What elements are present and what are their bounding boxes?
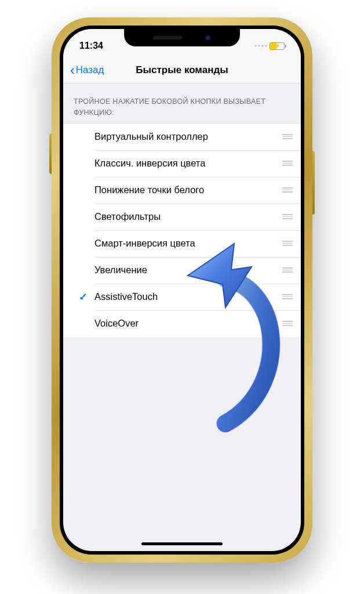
list-item-label: Классич. инверсия цвета: [94, 158, 282, 169]
reorder-handle-icon[interactable]: [282, 187, 293, 193]
list-item[interactable]: Светофильтры: [63, 204, 301, 230]
battery-icon: ⚡: [270, 42, 285, 50]
battery-bolt-icon: ⚡: [274, 43, 281, 49]
notch: [124, 29, 240, 46]
status-right: ⚡: [254, 42, 285, 50]
list-item-label: AssistiveTouch: [94, 291, 282, 302]
shortcut-list: Виртуальный контроллерКлассич. инверсия …: [63, 123, 301, 337]
reorder-handle-icon[interactable]: [282, 241, 293, 246]
camera: [205, 35, 211, 41]
reorder-handle-icon[interactable]: [282, 321, 293, 326]
screen: 11:34 ⚡ ‹ Назад Быстрые команды: [63, 29, 301, 551]
section-header: ТРОЙНОЕ НАЖАТИЕ БОКОВОЙ КНОПКИ ВЫЗЫВАЕТ …: [63, 84, 301, 123]
list-item[interactable]: VoiceOver: [63, 310, 301, 337]
list-item-label: Светофильтры: [94, 211, 282, 222]
reorder-handle-icon[interactable]: [282, 134, 293, 139]
checkmark-icon: ✓: [79, 291, 88, 303]
phone-bezel: 11:34 ⚡ ‹ Назад Быстрые команды: [60, 26, 304, 555]
back-button[interactable]: ‹ Назад: [70, 63, 104, 77]
home-indicator[interactable]: [141, 542, 223, 545]
list-item-label: Увеличение: [94, 265, 282, 276]
reorder-handle-icon[interactable]: [282, 161, 293, 166]
back-label: Назад: [76, 64, 104, 76]
list-item[interactable]: Виртуальный контроллер: [63, 124, 301, 150]
reorder-handle-icon[interactable]: [282, 294, 293, 299]
list-item[interactable]: Увеличение: [63, 257, 301, 284]
status-time: 11:34: [79, 41, 103, 51]
list-item[interactable]: Смарт-инверсия цвета: [63, 230, 301, 257]
speaker: [153, 36, 182, 39]
checkmark-slot: ✓: [71, 291, 94, 303]
reorder-handle-icon[interactable]: [282, 267, 293, 273]
reorder-handle-icon[interactable]: [282, 214, 293, 219]
list-item[interactable]: Классич. инверсия цвета: [63, 150, 301, 177]
list-item-label: Понижение точки белого: [94, 184, 282, 195]
list-item-label: VoiceOver: [94, 318, 282, 329]
phone-frame: 11:34 ⚡ ‹ Назад Быстрые команды: [52, 17, 312, 563]
list-item-label: Смарт-инверсия цвета: [94, 238, 282, 249]
page-title: Быстрые команды: [136, 64, 228, 76]
cellular-dots-icon: [254, 45, 267, 47]
list-item-label: Виртуальный контроллер: [94, 131, 282, 142]
list-item[interactable]: ✓AssistiveTouch: [63, 284, 301, 310]
list-item[interactable]: Понижение точки белого: [63, 177, 301, 204]
nav-bar: ‹ Назад Быстрые команды: [63, 57, 301, 84]
chevron-left-icon: ‹: [70, 63, 75, 77]
